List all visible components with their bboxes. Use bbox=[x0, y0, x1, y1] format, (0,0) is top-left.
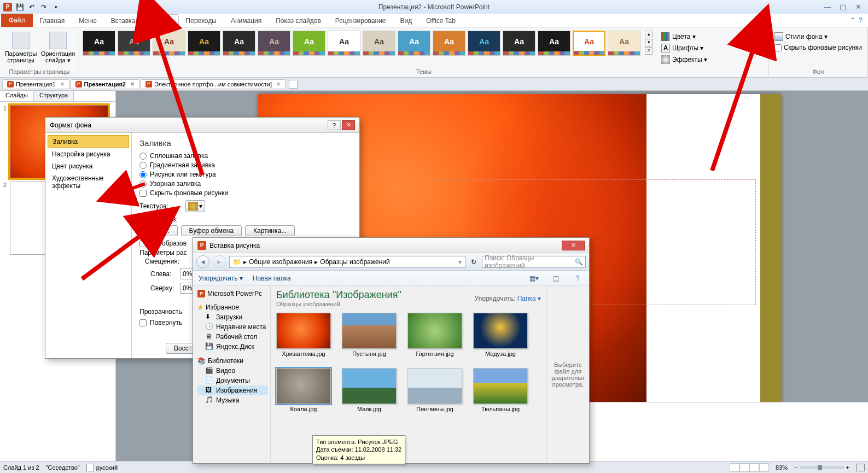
nav-fill[interactable]: Заливка bbox=[48, 135, 129, 148]
tree-item[interactable]: ⬇Загрузки bbox=[197, 312, 268, 322]
view-mode-button[interactable]: ▦▾ bbox=[528, 273, 540, 284]
minimize-button[interactable]: — bbox=[821, 3, 834, 11]
theme-fonts-button[interactable]: AШрифты ▾ bbox=[659, 43, 709, 53]
radio-picture-texture[interactable]: Рисунок или текстура bbox=[139, 171, 352, 178]
radio-solid[interactable]: Сплошная заливка bbox=[139, 152, 352, 160]
close-button[interactable]: ✕ bbox=[852, 3, 865, 11]
ribbon-minimize-icon[interactable]: ⌃ bbox=[850, 16, 855, 24]
insert-dialog-close-button[interactable]: ✕ bbox=[562, 241, 585, 250]
hide-background-checkbox[interactable]: Скрыть фоновые рисунки bbox=[772, 43, 864, 52]
check-hide-bg[interactable]: Скрыть фоновые рисунки bbox=[139, 189, 352, 197]
new-doc-tab[interactable] bbox=[289, 80, 298, 89]
theme-colors-button[interactable]: Цвета ▾ bbox=[659, 32, 709, 42]
page-parameters-button[interactable]: Параметры страницы bbox=[3, 31, 38, 65]
file-item[interactable]: Медуза.jpg bbox=[473, 313, 528, 357]
redo-button[interactable]: ↷ bbox=[38, 2, 49, 13]
menu-tab-Главная[interactable]: Главная bbox=[33, 14, 72, 27]
theme-thumbnail[interactable]: Aa bbox=[363, 31, 395, 56]
maximize-button[interactable]: ▢ bbox=[836, 3, 849, 11]
slides-tab[interactable]: Слайды bbox=[0, 91, 34, 101]
file-item[interactable]: Пингвины.jpg bbox=[407, 368, 462, 412]
menu-tab-Вид[interactable]: Вид bbox=[393, 14, 420, 27]
folder-tree[interactable]: PMicrosoft PowerPс ★Избранное ⬇Загрузки🕓… bbox=[193, 286, 271, 463]
tree-item[interactable]: 📄Документы bbox=[197, 376, 268, 386]
structure-tab[interactable]: Структура bbox=[34, 91, 74, 101]
menu-tab-Анимация[interactable]: Анимация bbox=[224, 14, 269, 27]
theme-thumbnail[interactable]: Aa bbox=[153, 31, 185, 56]
background-styles-button[interactable]: Стили фона ▾ bbox=[772, 32, 864, 42]
tree-item[interactable]: 🕓Недавние места bbox=[197, 322, 268, 332]
tree-item[interactable]: 🎵Музыка bbox=[197, 395, 268, 405]
theme-thumbnail[interactable]: Aa bbox=[223, 31, 255, 56]
undo-button[interactable]: ↶ bbox=[26, 2, 37, 13]
themes-scroll-up[interactable]: ▴ bbox=[645, 31, 653, 38]
doc-tab[interactable]: PПрезентация1✕ bbox=[2, 79, 69, 89]
help-icon[interactable]: ? bbox=[859, 16, 863, 24]
theme-thumbnail[interactable]: Aa bbox=[538, 31, 570, 56]
nav-picture-corrections[interactable]: Настройка рисунка bbox=[48, 148, 129, 160]
nav-back-button[interactable]: ◄ bbox=[196, 255, 209, 268]
file-item[interactable]: Гортензия.jpg bbox=[407, 313, 462, 357]
help-button[interactable]: ? bbox=[572, 273, 584, 284]
slide-orientation-button[interactable]: Ориентация слайда ▾ bbox=[40, 31, 75, 65]
tree-item[interactable]: 🎬Видео bbox=[197, 366, 268, 376]
theme-thumbnail[interactable]: Aa bbox=[83, 31, 115, 56]
menu-tab-Показ слайдов[interactable]: Показ слайдов bbox=[269, 14, 328, 27]
preview-pane-button[interactable]: ◫ bbox=[550, 273, 562, 284]
file-item[interactable]: Хризантема.jpg bbox=[276, 313, 331, 357]
radio-pattern[interactable]: Узорная заливка bbox=[139, 180, 352, 188]
insert-from-clipboard-button[interactable]: Буфер обмена bbox=[181, 225, 242, 236]
theme-thumbnail[interactable]: Aa bbox=[503, 31, 535, 56]
refresh-button[interactable]: ↻ bbox=[469, 258, 479, 266]
arrange-by[interactable]: Упорядочить: Папка ▾ bbox=[475, 295, 541, 302]
theme-thumbnail[interactable]: Aa bbox=[468, 31, 500, 56]
menu-tab-Вставка[interactable]: Вставка bbox=[104, 14, 143, 27]
tree-item[interactable]: 🖼Изображения bbox=[197, 386, 268, 395]
theme-thumbnail[interactable]: Aa bbox=[573, 31, 605, 56]
file-item[interactable]: Тюльпаны.jpg bbox=[473, 368, 528, 412]
menu-tab-Рецензирование[interactable]: Рецензирование bbox=[328, 14, 393, 27]
qat-customize[interactable]: ▾ bbox=[50, 2, 61, 13]
doc-tab[interactable]: PПрезентация2✕ bbox=[71, 79, 139, 89]
breadcrumb[interactable]: 📁 ▸Общие изображения ▸Образцы изображени… bbox=[229, 256, 465, 268]
nav-picture-color[interactable]: Цвет рисунка bbox=[48, 160, 129, 172]
file-item[interactable]: Маяк.jpg bbox=[342, 368, 397, 412]
view-buttons[interactable] bbox=[730, 463, 769, 472]
tree-powerpoint[interactable]: PMicrosoft PowerPс bbox=[197, 289, 268, 298]
menu-tab-Переходы[interactable]: Переходы bbox=[179, 14, 224, 27]
menu-tab-Office Tab[interactable]: Office Tab bbox=[419, 14, 463, 27]
organize-button[interactable]: Упорядочить ▾ bbox=[199, 275, 243, 282]
theme-thumbnail[interactable]: Aa bbox=[608, 31, 640, 56]
theme-thumbnail[interactable]: Aa bbox=[293, 31, 325, 56]
menu-tab-Меню[interactable]: Меню bbox=[72, 14, 103, 27]
texture-dropdown[interactable]: ▾ bbox=[185, 200, 205, 212]
file-item[interactable]: Пустыня.jpg bbox=[342, 313, 397, 357]
dialog-titlebar[interactable]: Формат фона ? ✕ bbox=[45, 118, 359, 133]
tree-favorites[interactable]: ★Избранное bbox=[197, 303, 268, 311]
close-tab-icon[interactable]: ✕ bbox=[276, 81, 281, 87]
file-item[interactable]: Коала.jpg bbox=[276, 368, 331, 412]
doc-tab[interactable]: PЭлектронное портфо...им совместимости]✕ bbox=[141, 79, 286, 89]
insert-dialog-titlebar[interactable]: P Вставка рисунка ✕ bbox=[193, 238, 589, 253]
nav-forward-button[interactable]: ► bbox=[213, 255, 226, 268]
theme-thumbnail[interactable]: Aa bbox=[328, 31, 360, 56]
new-folder-button[interactable]: Новая папка bbox=[253, 275, 291, 282]
zoom-slider[interactable]: −+ bbox=[794, 464, 849, 471]
themes-scroll-down[interactable]: ▾ bbox=[645, 39, 653, 46]
close-tab-icon[interactable]: ✕ bbox=[60, 81, 65, 87]
radio-gradient[interactable]: Градиентная заливка bbox=[139, 161, 352, 169]
fit-to-window-icon[interactable] bbox=[856, 464, 865, 471]
theme-thumbnail[interactable]: Aa bbox=[433, 31, 465, 56]
theme-thumbnail[interactable]: Aa bbox=[188, 31, 220, 56]
theme-effects-button[interactable]: Эффекты ▾ bbox=[659, 55, 709, 65]
file-tab[interactable]: Файл bbox=[1, 14, 33, 27]
nav-artistic-effects[interactable]: Художественные эффекты bbox=[48, 172, 129, 192]
search-input[interactable]: Поиск: Образцы изображений 🔍 bbox=[482, 256, 586, 268]
save-button[interactable]: 💾 bbox=[14, 2, 25, 13]
dialog-close-button[interactable]: ✕ bbox=[342, 120, 355, 130]
close-tab-icon[interactable]: ✕ bbox=[130, 81, 135, 87]
theme-thumbnail[interactable]: Aa bbox=[118, 31, 150, 56]
theme-thumbnail[interactable]: Aa bbox=[258, 31, 290, 56]
tree-item[interactable]: 💾Яндекс.Диск bbox=[197, 342, 268, 352]
theme-thumbnail[interactable]: Aa bbox=[398, 31, 430, 56]
